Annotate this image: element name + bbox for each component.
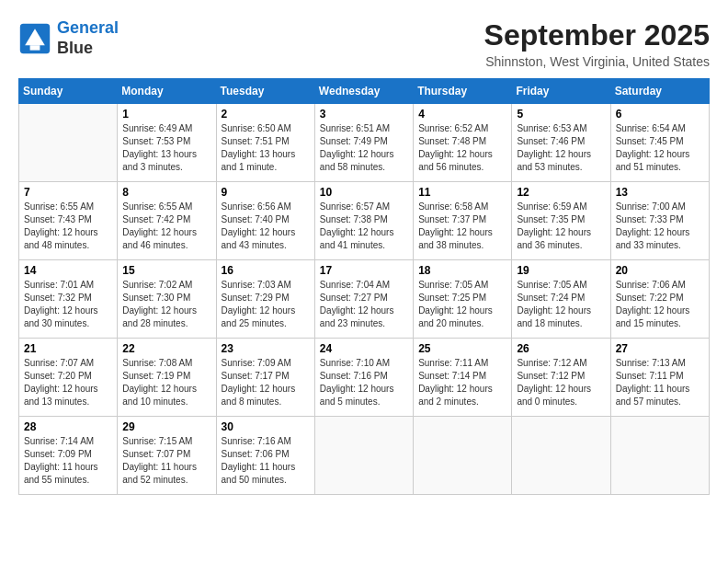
calendar-cell: 29Sunrise: 7:15 AMSunset: 7:07 PMDayligh… <box>118 417 216 495</box>
page-header: General Blue September 2025 Shinnston, W… <box>18 18 710 69</box>
calendar-cell <box>414 417 512 495</box>
day-info: Sunrise: 6:59 AMSunset: 7:35 PMDaylight:… <box>517 201 605 252</box>
day-number: 21 <box>24 342 112 355</box>
week-row-4: 21Sunrise: 7:07 AMSunset: 7:20 PMDayligh… <box>19 339 710 417</box>
weekday-header-thursday: Thursday <box>414 79 512 104</box>
calendar-cell <box>314 417 413 495</box>
calendar-cell: 5Sunrise: 6:53 AMSunset: 7:46 PMDaylight… <box>512 104 610 182</box>
calendar-cell: 17Sunrise: 7:04 AMSunset: 7:27 PMDayligh… <box>314 260 413 339</box>
logo: General Blue <box>18 18 119 58</box>
location: Shinnston, West Virginia, United States <box>484 54 710 69</box>
calendar-cell: 3Sunrise: 6:51 AMSunset: 7:49 PMDaylight… <box>314 104 413 182</box>
month-title: September 2025 <box>484 18 710 52</box>
title-block: September 2025 Shinnston, West Virginia,… <box>484 18 710 69</box>
day-number: 7 <box>24 186 112 199</box>
weekday-header-tuesday: Tuesday <box>216 79 314 104</box>
calendar-cell: 9Sunrise: 6:56 AMSunset: 7:40 PMDaylight… <box>216 182 314 260</box>
day-info: Sunrise: 6:50 AMSunset: 7:51 PMDaylight:… <box>222 122 310 174</box>
day-number: 20 <box>616 264 704 277</box>
calendar-cell: 27Sunrise: 7:13 AMSunset: 7:11 PMDayligh… <box>610 339 709 417</box>
day-info: Sunrise: 6:54 AMSunset: 7:45 PMDaylight:… <box>616 122 704 174</box>
day-number: 12 <box>517 186 605 199</box>
calendar-cell: 19Sunrise: 7:05 AMSunset: 7:24 PMDayligh… <box>512 260 610 339</box>
day-number: 26 <box>517 342 605 355</box>
day-number: 25 <box>418 342 506 355</box>
calendar-cell: 12Sunrise: 6:59 AMSunset: 7:35 PMDayligh… <box>512 182 610 260</box>
day-info: Sunrise: 6:51 AMSunset: 7:49 PMDaylight:… <box>320 122 408 174</box>
day-info: Sunrise: 7:05 AMSunset: 7:24 PMDaylight:… <box>517 279 605 330</box>
calendar-cell: 18Sunrise: 7:05 AMSunset: 7:25 PMDayligh… <box>414 260 512 339</box>
calendar-cell: 13Sunrise: 7:00 AMSunset: 7:33 PMDayligh… <box>610 182 709 260</box>
calendar-cell: 30Sunrise: 7:16 AMSunset: 7:06 PMDayligh… <box>216 417 314 495</box>
week-row-5: 28Sunrise: 7:14 AMSunset: 7:09 PMDayligh… <box>19 417 710 495</box>
weekday-header-wednesday: Wednesday <box>314 79 413 104</box>
day-number: 28 <box>24 420 112 433</box>
day-number: 5 <box>517 108 605 121</box>
calendar-cell: 10Sunrise: 6:57 AMSunset: 7:38 PMDayligh… <box>314 182 413 260</box>
calendar-cell: 14Sunrise: 7:01 AMSunset: 7:32 PMDayligh… <box>19 260 118 339</box>
calendar-cell: 23Sunrise: 7:09 AMSunset: 7:17 PMDayligh… <box>216 339 314 417</box>
day-info: Sunrise: 7:04 AMSunset: 7:27 PMDaylight:… <box>320 279 408 330</box>
day-info: Sunrise: 6:55 AMSunset: 7:43 PMDaylight:… <box>24 201 112 252</box>
day-number: 18 <box>418 264 506 277</box>
day-info: Sunrise: 6:53 AMSunset: 7:46 PMDaylight:… <box>517 122 605 174</box>
day-info: Sunrise: 6:55 AMSunset: 7:42 PMDaylight:… <box>122 201 210 252</box>
calendar-cell: 20Sunrise: 7:06 AMSunset: 7:22 PMDayligh… <box>610 260 709 339</box>
calendar-cell: 1Sunrise: 6:49 AMSunset: 7:53 PMDaylight… <box>118 104 216 182</box>
day-info: Sunrise: 7:15 AMSunset: 7:07 PMDaylight:… <box>122 435 210 487</box>
day-info: Sunrise: 7:03 AMSunset: 7:29 PMDaylight:… <box>222 279 310 330</box>
day-info: Sunrise: 7:06 AMSunset: 7:22 PMDaylight:… <box>616 279 704 330</box>
week-row-1: 1Sunrise: 6:49 AMSunset: 7:53 PMDaylight… <box>19 104 710 182</box>
week-row-2: 7Sunrise: 6:55 AMSunset: 7:43 PMDaylight… <box>19 182 710 260</box>
day-number: 24 <box>320 342 408 355</box>
day-number: 17 <box>320 264 408 277</box>
day-number: 30 <box>222 420 310 433</box>
calendar: SundayMondayTuesdayWednesdayThursdayFrid… <box>18 78 710 495</box>
day-info: Sunrise: 7:09 AMSunset: 7:17 PMDaylight:… <box>222 357 310 408</box>
calendar-cell: 25Sunrise: 7:11 AMSunset: 7:14 PMDayligh… <box>414 339 512 417</box>
day-number: 29 <box>122 420 210 433</box>
weekday-header-saturday: Saturday <box>610 79 709 104</box>
day-number: 10 <box>320 186 408 199</box>
calendar-cell: 7Sunrise: 6:55 AMSunset: 7:43 PMDaylight… <box>19 182 118 260</box>
day-number: 14 <box>24 264 112 277</box>
day-number: 2 <box>222 108 310 121</box>
day-number: 16 <box>222 264 310 277</box>
day-number: 9 <box>222 186 310 199</box>
calendar-cell <box>19 104 118 182</box>
day-info: Sunrise: 6:56 AMSunset: 7:40 PMDaylight:… <box>222 201 310 252</box>
day-info: Sunrise: 7:05 AMSunset: 7:25 PMDaylight:… <box>418 279 506 330</box>
day-number: 4 <box>418 108 506 121</box>
weekday-header-friday: Friday <box>512 79 610 104</box>
calendar-cell: 28Sunrise: 7:14 AMSunset: 7:09 PMDayligh… <box>19 417 118 495</box>
calendar-cell: 22Sunrise: 7:08 AMSunset: 7:19 PMDayligh… <box>118 339 216 417</box>
calendar-cell <box>512 417 610 495</box>
calendar-cell: 21Sunrise: 7:07 AMSunset: 7:20 PMDayligh… <box>19 339 118 417</box>
day-info: Sunrise: 7:02 AMSunset: 7:30 PMDaylight:… <box>122 279 210 330</box>
calendar-cell: 8Sunrise: 6:55 AMSunset: 7:42 PMDaylight… <box>118 182 216 260</box>
calendar-cell: 2Sunrise: 6:50 AMSunset: 7:51 PMDaylight… <box>216 104 314 182</box>
day-info: Sunrise: 7:16 AMSunset: 7:06 PMDaylight:… <box>222 435 310 487</box>
day-number: 27 <box>616 342 704 355</box>
day-info: Sunrise: 7:01 AMSunset: 7:32 PMDaylight:… <box>24 279 112 330</box>
calendar-cell: 26Sunrise: 7:12 AMSunset: 7:12 PMDayligh… <box>512 339 610 417</box>
weekday-header-row: SundayMondayTuesdayWednesdayThursdayFrid… <box>19 79 710 104</box>
day-info: Sunrise: 7:12 AMSunset: 7:12 PMDaylight:… <box>517 357 605 408</box>
calendar-cell: 24Sunrise: 7:10 AMSunset: 7:16 PMDayligh… <box>314 339 413 417</box>
day-number: 1 <box>122 108 210 121</box>
calendar-cell: 15Sunrise: 7:02 AMSunset: 7:30 PMDayligh… <box>118 260 216 339</box>
day-number: 8 <box>122 186 210 199</box>
day-number: 11 <box>418 186 506 199</box>
day-number: 23 <box>222 342 310 355</box>
day-info: Sunrise: 6:52 AMSunset: 7:48 PMDaylight:… <box>418 122 506 174</box>
day-number: 19 <box>517 264 605 277</box>
calendar-cell: 16Sunrise: 7:03 AMSunset: 7:29 PMDayligh… <box>216 260 314 339</box>
day-info: Sunrise: 7:13 AMSunset: 7:11 PMDaylight:… <box>616 357 704 408</box>
logo-text: General Blue <box>57 18 119 58</box>
day-number: 22 <box>122 342 210 355</box>
day-info: Sunrise: 7:08 AMSunset: 7:19 PMDaylight:… <box>122 357 210 408</box>
day-number: 13 <box>616 186 704 199</box>
day-info: Sunrise: 7:10 AMSunset: 7:16 PMDaylight:… <box>320 357 408 408</box>
calendar-cell <box>610 417 709 495</box>
weekday-header-monday: Monday <box>118 79 216 104</box>
